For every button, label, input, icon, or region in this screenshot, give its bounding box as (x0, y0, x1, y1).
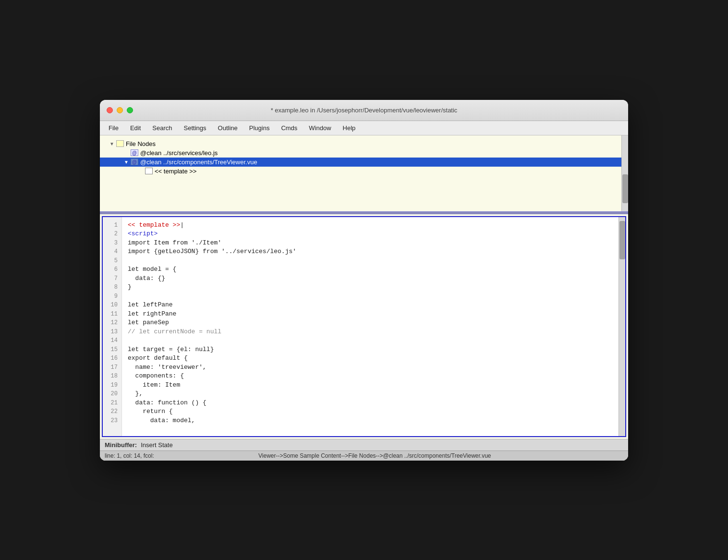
code-line-4: import {getLeoJSON} from '../services/le… (128, 248, 296, 255)
status-position: line: 1, col: 14, fcol: (105, 452, 258, 459)
line-num-23: 23 (107, 416, 118, 426)
line-num-10: 10 (107, 301, 118, 310)
line-num-11: 11 (107, 310, 118, 319)
line-num-2: 2 (107, 230, 118, 239)
minimize-button[interactable] (117, 107, 123, 113)
code-line-8: } (128, 283, 132, 291)
code-line-22: return { (128, 408, 173, 415)
line-numbers: 1 2 3 4 5 6 7 8 9 10 11 12 13 14 15 16 1 (103, 217, 122, 436)
menu-help[interactable]: Help (338, 123, 361, 133)
expand-triangle: ▼ (124, 159, 129, 165)
code-line-20: }, (128, 390, 143, 397)
pane-separator (100, 212, 628, 214)
code-line-7: data: {} (128, 275, 165, 282)
tree-pane: ▼ File Nodes @clean ../src/services/leo.… (100, 135, 628, 212)
minibuffer-label: Minibuffer: (105, 441, 137, 449)
tree-item-leo-js[interactable]: @clean ../src/services/leo.js (100, 148, 628, 158)
line-num-18: 18 (107, 372, 118, 381)
menu-plugins[interactable]: Plugins (244, 123, 275, 133)
tree-item-label: File Nodes (126, 140, 156, 147)
code-line-6: let model = { (128, 266, 176, 273)
code-line-17: name: 'treeviewer', (128, 364, 206, 371)
titlebar: * example.leo in /Users/josephorr/Develo… (100, 100, 628, 121)
code-line-3: import Item from './Item' (128, 239, 221, 246)
editor-scrollbar-thumb[interactable] (619, 221, 625, 259)
tree-item-label: @clean ../src/components/TreeViewer.vue (140, 158, 257, 166)
line-num-17: 17 (107, 363, 118, 372)
code-line-19: item: Item (128, 381, 180, 389)
at-clean-icon (131, 158, 138, 165)
minibuffer: Minibuffer: Insert State (100, 439, 628, 450)
line-num-4: 4 (107, 247, 118, 256)
at-clean-icon (131, 149, 138, 156)
traffic-lights (107, 107, 133, 113)
line-num-12: 12 (107, 318, 118, 328)
editor-scrollbar[interactable] (619, 217, 625, 436)
minibuffer-value: Insert State (141, 441, 172, 449)
menu-settings[interactable]: Settings (179, 123, 211, 133)
expand-triangle: ▼ (109, 141, 114, 146)
code-line-1: << template >> (128, 221, 180, 229)
tree-item-template[interactable]: << template >> (100, 167, 628, 176)
line-num-22: 22 (107, 407, 118, 416)
folder-icon (116, 140, 124, 147)
line-num-13: 13 (107, 328, 118, 337)
maximize-button[interactable] (127, 107, 133, 113)
code-line-11: let rightPane (128, 310, 176, 317)
line-num-20: 20 (107, 390, 118, 399)
content-area: ▼ File Nodes @clean ../src/services/leo.… (100, 135, 628, 461)
code-line-18: components: { (128, 372, 184, 379)
tree-item-file-nodes[interactable]: ▼ File Nodes (100, 139, 628, 148)
line-num-1: 1 (107, 221, 118, 230)
node-icon (145, 168, 153, 174)
menubar: File Edit Search Settings Outline Plugin… (100, 121, 628, 135)
statusbar: line: 1, col: 14, fcol: Viewer-->Some Sa… (100, 450, 628, 461)
menu-file[interactable]: File (104, 123, 123, 133)
code-line-13: // let currentNode = null (128, 328, 221, 335)
app-window: * example.leo in /Users/josephorr/Develo… (100, 100, 628, 461)
line-num-14: 14 (107, 336, 118, 345)
status-path: Viewer-->Some Sample Content-->File Node… (258, 452, 623, 459)
code-line-12: let paneSep (128, 319, 169, 326)
line-num-21: 21 (107, 399, 118, 408)
code-line-23: data: model, (128, 417, 195, 424)
editor-content: 1 2 3 4 5 6 7 8 9 10 11 12 13 14 15 16 1 (103, 217, 625, 436)
tree-item-label: << template >> (155, 168, 196, 175)
code-line-21: data: function () { (128, 399, 206, 406)
line-num-3: 3 (107, 239, 118, 248)
line-num-8: 8 (107, 283, 118, 292)
line-num-7: 7 (107, 274, 118, 283)
code-line-2: <script> (128, 230, 158, 237)
line-num-5: 5 (107, 256, 118, 266)
tree-item-treeviewer[interactable]: ▼ @clean ../src/components/TreeViewer.vu… (100, 158, 628, 167)
line-num-15: 15 (107, 345, 118, 354)
code-line-15: let target = {el: null} (128, 346, 214, 353)
line-num-9: 9 (107, 292, 118, 301)
line-num-19: 19 (107, 381, 118, 390)
code-line-16: export default { (128, 354, 188, 362)
close-button[interactable] (107, 107, 113, 113)
menu-window[interactable]: Window (304, 123, 336, 133)
menu-search[interactable]: Search (147, 123, 177, 133)
code-editor[interactable]: << template >>| <script> import Item fro… (122, 217, 625, 436)
tree-item-label: @clean ../src/services/leo.js (140, 149, 218, 157)
line-num-6: 6 (107, 265, 118, 274)
code-line-10: let leftPane (128, 301, 173, 308)
editor-pane[interactable]: 1 2 3 4 5 6 7 8 9 10 11 12 13 14 15 16 1 (102, 216, 626, 437)
menu-cmds[interactable]: Cmds (276, 123, 302, 133)
tree-scrollbar-thumb[interactable] (622, 174, 628, 203)
menu-edit[interactable]: Edit (125, 123, 146, 133)
tree-scrollbar[interactable] (621, 135, 628, 211)
window-title: * example.leo in /Users/josephorr/Develo… (271, 107, 458, 114)
menu-outline[interactable]: Outline (213, 123, 243, 133)
line-num-16: 16 (107, 354, 118, 363)
